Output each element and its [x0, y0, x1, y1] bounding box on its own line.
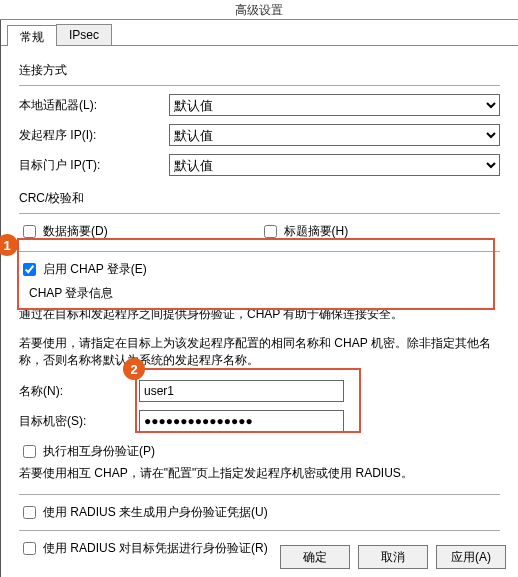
radius-cred-wrapper: 使用 RADIUS 来生成用户身份验证凭据(U) — [19, 503, 500, 522]
row-chap-secret: 目标机密(S): — [19, 410, 500, 432]
target-portal-ip-label: 目标门户 IP(T): — [19, 157, 169, 174]
radius-cred-checkbox[interactable] — [23, 506, 36, 519]
data-digest-checkbox[interactable] — [23, 225, 36, 238]
chap-usage-note: 若要使用，请指定在目标上为该发起程序配置的相同名称和 CHAP 机密。除非指定其… — [19, 335, 500, 369]
mutual-auth-label: 执行相互身份验证(P) — [43, 443, 155, 460]
connection-group-label: 连接方式 — [19, 62, 500, 79]
data-digest-wrapper: 数据摘要(D) — [19, 222, 260, 241]
header-digest-checkbox[interactable] — [264, 225, 277, 238]
local-adapter-select[interactable]: 默认值 — [169, 94, 500, 116]
tab-ipsec-label: IPsec — [69, 28, 99, 42]
target-portal-ip-select[interactable]: 默认值 — [169, 154, 500, 176]
divider — [19, 85, 500, 86]
dialog-content: 常规 IPsec 连接方式 本地适配器(L): 默认值 发起程序 IP(I): … — [0, 20, 518, 577]
tab-general[interactable]: 常规 — [7, 25, 57, 46]
chap-name-input[interactable] — [139, 380, 344, 402]
enable-chap-label: 启用 CHAP 登录(E) — [43, 261, 147, 278]
tab-strip: 常规 IPsec — [1, 20, 518, 46]
window-title: 高级设置 — [235, 3, 283, 17]
enable-chap-wrapper: 启用 CHAP 登录(E) — [19, 260, 500, 279]
radius-cred-label: 使用 RADIUS 来生成用户身份验证凭据(U) — [43, 504, 268, 521]
divider — [19, 213, 500, 214]
tab-ipsec[interactable]: IPsec — [56, 24, 112, 45]
chap-info-desc: 通过在目标和发起程序之间提供身份验证，CHAP 有助于确保连接安全。 — [19, 306, 500, 323]
crc-group-label: CRC/校验和 — [19, 190, 500, 207]
divider — [19, 251, 500, 252]
divider — [19, 530, 500, 531]
enable-chap-checkbox[interactable] — [23, 263, 36, 276]
annotation-badge-2: 2 — [123, 358, 145, 380]
tab-general-label: 常规 — [20, 30, 44, 44]
ok-button[interactable]: 确定 — [280, 545, 350, 569]
window-title-bar: 高级设置 — [0, 0, 518, 20]
chap-info-title: CHAP 登录信息 — [29, 285, 500, 302]
chap-secret-label: 目标机密(S): — [19, 413, 139, 430]
button-bar: 确定 取消 应用(A) — [280, 545, 506, 569]
data-digest-label: 数据摘要(D) — [43, 223, 108, 240]
initiator-ip-select[interactable]: 默认值 — [169, 124, 500, 146]
row-chap-name: 名称(N): — [19, 380, 500, 402]
mutual-auth-note: 若要使用相互 CHAP，请在"配置"页上指定发起程序机密或使用 RADIUS。 — [19, 465, 500, 482]
row-initiator-ip: 发起程序 IP(I): 默认值 — [19, 124, 500, 146]
row-target-portal-ip: 目标门户 IP(T): 默认值 — [19, 154, 500, 176]
header-digest-wrapper: 标题摘要(H) — [260, 222, 501, 241]
chap-secret-input[interactable] — [139, 410, 344, 432]
mutual-auth-wrapper: 执行相互身份验证(P) — [19, 442, 500, 461]
divider — [19, 494, 500, 495]
local-adapter-label: 本地适配器(L): — [19, 97, 169, 114]
tab-body-general: 连接方式 本地适配器(L): 默认值 发起程序 IP(I): 默认值 目标门户 … — [1, 46, 518, 568]
header-digest-label: 标题摘要(H) — [284, 223, 349, 240]
mutual-auth-checkbox[interactable] — [23, 445, 36, 458]
initiator-ip-label: 发起程序 IP(I): — [19, 127, 169, 144]
radius-auth-checkbox[interactable] — [23, 542, 36, 555]
apply-button[interactable]: 应用(A) — [436, 545, 506, 569]
radius-auth-label: 使用 RADIUS 对目标凭据进行身份验证(R) — [43, 540, 268, 557]
crc-row: 数据摘要(D) 标题摘要(H) — [19, 222, 500, 241]
cancel-button[interactable]: 取消 — [358, 545, 428, 569]
chap-name-label: 名称(N): — [19, 383, 139, 400]
row-local-adapter: 本地适配器(L): 默认值 — [19, 94, 500, 116]
